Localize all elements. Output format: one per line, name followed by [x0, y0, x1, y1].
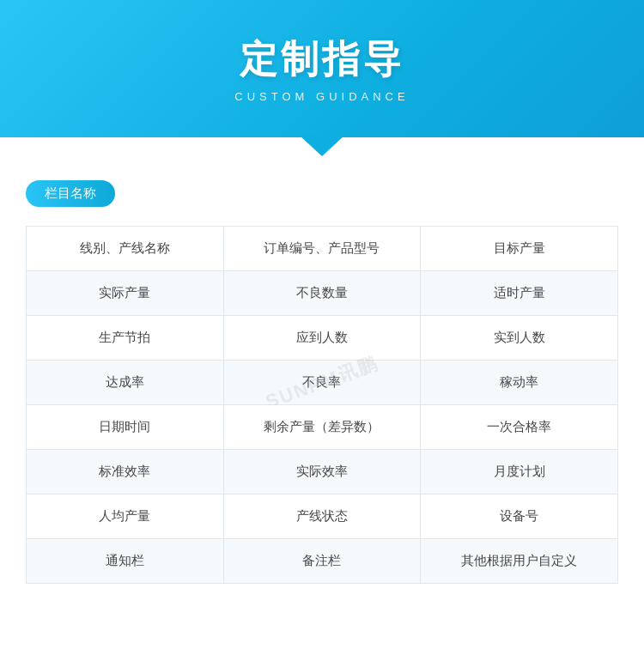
table-row: 标准效率实际效率月度计划: [27, 450, 618, 494]
table-cell: 应到人数: [223, 316, 421, 361]
table-cell: 其他根据用户自定义: [421, 539, 618, 584]
table-row: 生产节拍应到人数实到人数: [27, 316, 618, 361]
table-cell: 不良数量: [223, 271, 421, 316]
table-cell: 不良率SUNPM讯鹏: [223, 361, 421, 405]
table-row: 实际产量不良数量适时产量: [27, 271, 618, 316]
page-title-en: CUSTOM GUIDANCE: [234, 90, 409, 103]
table-cell: 剩余产量（差异数）: [223, 405, 421, 450]
table-cell: 通知栏: [27, 539, 224, 584]
table-cell: 适时产量: [421, 271, 618, 316]
table-cell: 线别、产线名称: [27, 227, 224, 271]
table-cell: 设备号: [421, 494, 618, 539]
table-row: 线别、产线名称订单编号、产品型号目标产量: [27, 227, 618, 271]
category-badge: 栏目名称: [26, 180, 115, 207]
table-cell: 日期时间: [27, 405, 224, 450]
main-content: 栏目名称 线别、产线名称订单编号、产品型号目标产量实际产量不良数量适时产量生产节…: [0, 137, 644, 610]
table-cell: 人均产量: [27, 494, 224, 539]
table-cell: 标准效率: [27, 450, 224, 494]
table-cell: 备注栏: [223, 539, 421, 584]
page-title-zh: 定制指导: [240, 34, 404, 85]
table-cell: 产线状态: [223, 494, 421, 539]
table-cell: 生产节拍: [27, 316, 224, 361]
table-cell: 实际效率: [223, 450, 421, 494]
table-cell: 月度计划: [421, 450, 618, 494]
table-cell: 稼动率: [421, 361, 618, 405]
table-cell: 实际产量: [27, 271, 224, 316]
table-row: 人均产量产线状态设备号: [27, 494, 618, 539]
table-cell: 目标产量: [421, 227, 618, 271]
table-cell: 实到人数: [421, 316, 618, 361]
table-row: 通知栏备注栏其他根据用户自定义: [27, 539, 618, 584]
table-cell: 订单编号、产品型号: [223, 227, 421, 271]
table-row: 达成率不良率SUNPM讯鹏稼动率: [27, 361, 618, 405]
table-cell: 一次合格率: [421, 405, 618, 450]
table-row: 日期时间剩余产量（差异数）一次合格率: [27, 405, 618, 450]
data-table: 线别、产线名称订单编号、产品型号目标产量实际产量不良数量适时产量生产节拍应到人数…: [26, 226, 618, 584]
table-cell: 达成率: [27, 361, 224, 405]
header-section: 定制指导 CUSTOM GUIDANCE: [0, 0, 644, 137]
